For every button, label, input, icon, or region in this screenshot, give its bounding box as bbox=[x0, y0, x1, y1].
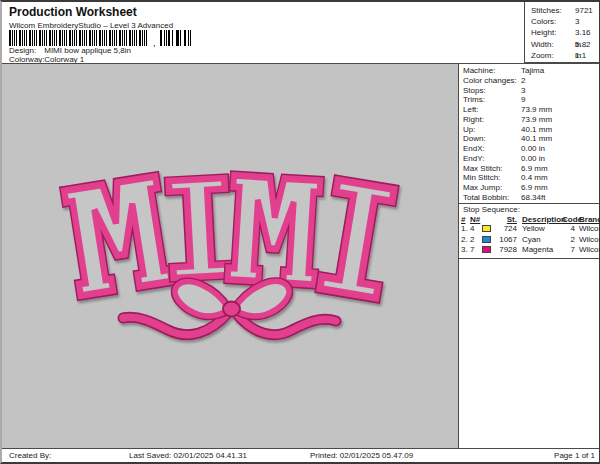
machine-settings: Machine:Tajima Color changes:2 Stops:3 T… bbox=[459, 64, 599, 204]
stop-row-description: Yellow bbox=[519, 224, 562, 235]
machine-row: Max Stitch:6.9 mm bbox=[463, 164, 599, 174]
stat-zoom: Zoom:1:1 bbox=[531, 50, 599, 61]
col-swatch bbox=[482, 215, 496, 225]
machine-row: Down:40.1 mm bbox=[463, 134, 599, 144]
barcode-segment-main bbox=[9, 30, 149, 46]
thread-swatch-magenta bbox=[482, 246, 491, 253]
thread-swatch-cyan bbox=[482, 236, 491, 243]
barcode-segment-end bbox=[160, 30, 192, 46]
stop-row-num: 3. bbox=[461, 245, 470, 256]
production-worksheet-page: Production Worksheet Wilcom EmbroiderySt… bbox=[0, 0, 600, 464]
stop-row-needle: 2 bbox=[470, 235, 482, 246]
stat-width: Width:5.82 in bbox=[531, 39, 599, 50]
machine-info-panel: Machine:Tajima Color changes:2 Stops:3 T… bbox=[458, 63, 599, 448]
stop-row-num: 2. bbox=[461, 235, 470, 246]
machine-row: EndX:0.00 in bbox=[463, 144, 599, 154]
bow-loop-right bbox=[234, 282, 289, 316]
design-stats-panel: Stitches:9721 Colors:3 Height:3.16 in Wi… bbox=[524, 2, 599, 63]
bow-loop-left bbox=[175, 282, 229, 316]
stop-row-st: 724 bbox=[496, 224, 519, 235]
stat-stitches: Stitches:9721 bbox=[531, 5, 599, 16]
design-preview-canvas bbox=[2, 63, 458, 450]
col-needle: N# bbox=[470, 215, 482, 225]
machine-row: Stops:3 bbox=[463, 86, 599, 96]
machine-row: Total Bobbin:68.34ft bbox=[463, 193, 599, 203]
stop-row-code: 7 bbox=[562, 245, 577, 256]
thread-swatch-yellow bbox=[482, 225, 491, 232]
machine-row: Up:40.1 mm bbox=[463, 125, 599, 135]
stop-row-brand: Wilcom bbox=[577, 224, 600, 235]
page-title: Production Worksheet bbox=[9, 5, 137, 19]
bow-motif bbox=[123, 282, 336, 335]
design-label: Design: bbox=[9, 46, 42, 55]
stop-row-needle: 4 bbox=[470, 224, 482, 235]
machine-row: Machine:Tajima bbox=[463, 66, 599, 76]
stop-row-brand: Wilcom bbox=[577, 235, 600, 246]
last-saved-text: Last Saved: 02/01/2025 04.41.31 bbox=[129, 451, 247, 460]
machine-row: EndY:0.00 in bbox=[463, 154, 599, 164]
machine-row: Trims:9 bbox=[463, 95, 599, 105]
machine-row: Min Stitch:0.4 mm bbox=[463, 173, 599, 183]
worksheet-footer: Created By: Last Saved: 02/01/2025 04.41… bbox=[2, 448, 599, 462]
stop-sequence-title: Stop Sequence: bbox=[461, 205, 599, 215]
stop-row-code: 2 bbox=[562, 235, 577, 246]
machine-row: Right:73.9 mm bbox=[463, 115, 599, 125]
col-description: Description bbox=[519, 215, 562, 225]
letter-i-1 bbox=[169, 178, 230, 278]
stat-height: Height:3.16 in bbox=[531, 27, 599, 38]
letter-i-2 bbox=[320, 180, 394, 298]
page-number: Page 1 of 1 bbox=[554, 451, 595, 460]
bow-knot bbox=[223, 302, 240, 317]
col-st: St. bbox=[496, 215, 519, 225]
col-code: Code bbox=[562, 215, 577, 225]
stop-row-st: 7928 bbox=[496, 245, 519, 256]
letter-m-1 bbox=[64, 176, 172, 295]
printed-text: Printed: 02/01/2025 05.47.09 bbox=[310, 451, 413, 460]
stop-sequence-table: # N# St. Description Code Brand 1. 4 724… bbox=[461, 215, 599, 256]
letter-m-2 bbox=[228, 175, 321, 284]
mimi-bow-artwork bbox=[2, 64, 458, 451]
stop-sequence-section: Stop Sequence: # N# St. Description Code… bbox=[459, 204, 599, 259]
design-value: MIMI bow applique 5,8in bbox=[44, 46, 131, 55]
col-num: # bbox=[461, 215, 470, 225]
stop-row-description: Cyan bbox=[519, 235, 562, 246]
design-barcode: , bbox=[9, 30, 192, 46]
design-name-row: Design: MIMI bow applique 5,8in bbox=[9, 46, 131, 55]
stop-row-code: 4 bbox=[562, 224, 577, 235]
col-brand: Brand bbox=[577, 215, 600, 225]
machine-row: Left:73.9 mm bbox=[463, 105, 599, 115]
stop-row-needle: 7 bbox=[470, 245, 482, 256]
stop-row-num: 1. bbox=[461, 224, 470, 235]
machine-row: Color changes:2 bbox=[463, 76, 599, 86]
machine-row: Max Jump:6.9 mm bbox=[463, 183, 599, 193]
stat-colors: Colors:3 bbox=[531, 16, 599, 27]
barcode-separator: , bbox=[153, 40, 156, 46]
stop-row-brand: Wilcom bbox=[577, 245, 600, 256]
software-subtitle: Wilcom EmbroideryStudio – Level 3 Advanc… bbox=[9, 21, 173, 30]
stop-row-description: Magenta bbox=[519, 245, 562, 256]
created-by-label: Created By: bbox=[9, 451, 51, 460]
stop-row-st: 1067 bbox=[496, 235, 519, 246]
